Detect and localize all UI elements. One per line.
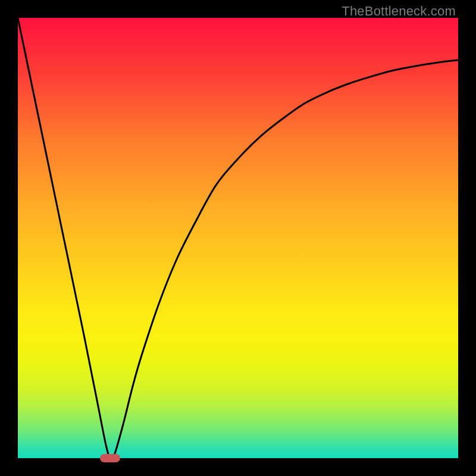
curve-layer <box>18 18 458 458</box>
chart-frame: TheBottleneck.com <box>0 0 476 476</box>
watermark-text: TheBottleneck.com <box>342 4 456 19</box>
plot-area <box>18 18 458 458</box>
minimum-marker <box>100 454 120 462</box>
bottleneck-curve <box>18 18 458 459</box>
